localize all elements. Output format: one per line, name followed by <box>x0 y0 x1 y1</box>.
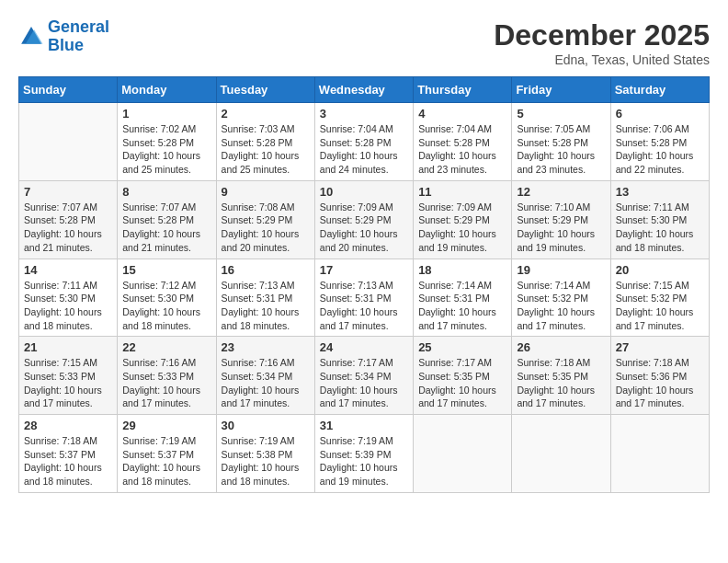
calendar-cell: 6Sunrise: 7:06 AM Sunset: 5:28 PM Daylig… <box>610 103 709 181</box>
day-number: 17 <box>320 263 408 277</box>
page-header: General Blue December 2025 Edna, Texas, … <box>18 18 710 67</box>
day-number: 25 <box>418 340 506 354</box>
day-number: 27 <box>616 340 704 354</box>
day-number: 13 <box>616 185 704 199</box>
title-block: December 2025 Edna, Texas, United States <box>494 18 710 67</box>
day-number: 22 <box>122 340 210 354</box>
weekday-header: Thursday <box>414 77 512 103</box>
day-info: Sunrise: 7:14 AM Sunset: 5:31 PM Dayligh… <box>418 279 506 333</box>
calendar-week-row: 14Sunrise: 7:11 AM Sunset: 5:30 PM Dayli… <box>19 259 710 337</box>
day-info: Sunrise: 7:19 AM Sunset: 5:37 PM Dayligh… <box>122 434 210 488</box>
day-number: 14 <box>24 263 112 277</box>
logo-icon <box>18 24 44 50</box>
day-number: 8 <box>122 185 210 199</box>
calendar-cell: 28Sunrise: 7:18 AM Sunset: 5:37 PM Dayli… <box>19 415 118 493</box>
day-number: 15 <box>122 263 210 277</box>
day-number: 10 <box>320 185 408 199</box>
day-info: Sunrise: 7:17 AM Sunset: 5:34 PM Dayligh… <box>320 356 408 410</box>
calendar-cell <box>610 415 709 493</box>
calendar-cell: 25Sunrise: 7:17 AM Sunset: 5:35 PM Dayli… <box>414 337 512 415</box>
day-number: 12 <box>517 185 605 199</box>
day-number: 20 <box>616 263 704 277</box>
day-info: Sunrise: 7:11 AM Sunset: 5:30 PM Dayligh… <box>24 279 112 333</box>
day-info: Sunrise: 7:12 AM Sunset: 5:30 PM Dayligh… <box>122 279 210 333</box>
day-info: Sunrise: 7:16 AM Sunset: 5:34 PM Dayligh… <box>222 356 310 410</box>
calendar-cell: 30Sunrise: 7:19 AM Sunset: 5:38 PM Dayli… <box>216 415 314 493</box>
day-info: Sunrise: 7:13 AM Sunset: 5:31 PM Dayligh… <box>222 279 310 333</box>
day-number: 21 <box>24 340 112 354</box>
day-info: Sunrise: 7:04 AM Sunset: 5:28 PM Dayligh… <box>418 122 506 177</box>
day-info: Sunrise: 7:15 AM Sunset: 5:32 PM Dayligh… <box>616 279 704 333</box>
day-number: 7 <box>24 185 112 199</box>
calendar-cell: 15Sunrise: 7:12 AM Sunset: 5:30 PM Dayli… <box>118 259 216 337</box>
day-info: Sunrise: 7:19 AM Sunset: 5:38 PM Dayligh… <box>222 434 310 488</box>
weekday-header: Sunday <box>19 77 118 103</box>
day-info: Sunrise: 7:14 AM Sunset: 5:32 PM Dayligh… <box>517 279 605 333</box>
calendar-cell: 7Sunrise: 7:07 AM Sunset: 5:28 PM Daylig… <box>19 180 118 259</box>
weekday-header: Tuesday <box>216 77 314 103</box>
calendar-week-row: 1Sunrise: 7:02 AM Sunset: 5:28 PM Daylig… <box>19 103 710 181</box>
day-info: Sunrise: 7:11 AM Sunset: 5:30 PM Dayligh… <box>616 201 704 255</box>
day-info: Sunrise: 7:04 AM Sunset: 5:28 PM Dayligh… <box>320 122 408 177</box>
day-info: Sunrise: 7:18 AM Sunset: 5:35 PM Dayligh… <box>517 356 605 410</box>
day-info: Sunrise: 7:03 AM Sunset: 5:28 PM Dayligh… <box>222 122 310 177</box>
calendar-cell: 31Sunrise: 7:19 AM Sunset: 5:39 PM Dayli… <box>314 415 413 493</box>
day-number: 3 <box>320 107 408 121</box>
calendar-cell: 8Sunrise: 7:07 AM Sunset: 5:28 PM Daylig… <box>118 180 216 259</box>
calendar-cell: 22Sunrise: 7:16 AM Sunset: 5:33 PM Dayli… <box>118 337 216 415</box>
location: Edna, Texas, United States <box>494 52 710 67</box>
calendar-cell: 12Sunrise: 7:10 AM Sunset: 5:29 PM Dayli… <box>512 180 610 259</box>
day-info: Sunrise: 7:07 AM Sunset: 5:28 PM Dayligh… <box>24 201 112 255</box>
calendar-cell: 23Sunrise: 7:16 AM Sunset: 5:34 PM Dayli… <box>216 337 314 415</box>
day-info: Sunrise: 7:18 AM Sunset: 5:36 PM Dayligh… <box>616 356 704 410</box>
calendar-cell: 21Sunrise: 7:15 AM Sunset: 5:33 PM Dayli… <box>19 337 118 415</box>
day-number: 2 <box>222 107 310 121</box>
month-title: December 2025 <box>494 18 710 52</box>
day-number: 11 <box>418 185 506 199</box>
calendar-week-row: 21Sunrise: 7:15 AM Sunset: 5:33 PM Dayli… <box>19 337 710 415</box>
calendar-header-row: SundayMondayTuesdayWednesdayThursdayFrid… <box>19 77 710 103</box>
calendar-cell <box>19 103 118 181</box>
day-info: Sunrise: 7:09 AM Sunset: 5:29 PM Dayligh… <box>418 201 506 255</box>
day-info: Sunrise: 7:09 AM Sunset: 5:29 PM Dayligh… <box>320 201 408 255</box>
day-info: Sunrise: 7:17 AM Sunset: 5:35 PM Dayligh… <box>418 356 506 410</box>
day-number: 29 <box>122 419 210 432</box>
logo-text: General Blue <box>48 18 109 55</box>
day-number: 5 <box>517 107 605 121</box>
day-info: Sunrise: 7:08 AM Sunset: 5:29 PM Dayligh… <box>222 201 310 255</box>
calendar-cell: 4Sunrise: 7:04 AM Sunset: 5:28 PM Daylig… <box>414 103 512 181</box>
logo: General Blue <box>18 18 109 55</box>
day-info: Sunrise: 7:16 AM Sunset: 5:33 PM Dayligh… <box>122 356 210 410</box>
calendar-cell: 18Sunrise: 7:14 AM Sunset: 5:31 PM Dayli… <box>414 259 512 337</box>
calendar-cell: 17Sunrise: 7:13 AM Sunset: 5:31 PM Dayli… <box>314 259 413 337</box>
day-info: Sunrise: 7:07 AM Sunset: 5:28 PM Dayligh… <box>122 201 210 255</box>
day-number: 1 <box>122 107 210 121</box>
calendar-cell: 5Sunrise: 7:05 AM Sunset: 5:28 PM Daylig… <box>512 103 610 181</box>
calendar-cell: 13Sunrise: 7:11 AM Sunset: 5:30 PM Dayli… <box>610 180 709 259</box>
day-number: 9 <box>222 185 310 199</box>
calendar-cell: 27Sunrise: 7:18 AM Sunset: 5:36 PM Dayli… <box>610 337 709 415</box>
day-info: Sunrise: 7:02 AM Sunset: 5:28 PM Dayligh… <box>122 122 210 177</box>
weekday-header: Saturday <box>610 77 709 103</box>
day-info: Sunrise: 7:18 AM Sunset: 5:37 PM Dayligh… <box>24 434 112 488</box>
calendar-cell: 20Sunrise: 7:15 AM Sunset: 5:32 PM Dayli… <box>610 259 709 337</box>
calendar-cell: 16Sunrise: 7:13 AM Sunset: 5:31 PM Dayli… <box>216 259 314 337</box>
day-number: 31 <box>320 419 408 432</box>
day-number: 16 <box>222 263 310 277</box>
day-number: 19 <box>517 263 605 277</box>
calendar-cell: 19Sunrise: 7:14 AM Sunset: 5:32 PM Dayli… <box>512 259 610 337</box>
day-number: 28 <box>24 419 112 432</box>
calendar-cell: 3Sunrise: 7:04 AM Sunset: 5:28 PM Daylig… <box>314 103 413 181</box>
calendar-cell: 29Sunrise: 7:19 AM Sunset: 5:37 PM Dayli… <box>118 415 216 493</box>
calendar-cell: 2Sunrise: 7:03 AM Sunset: 5:28 PM Daylig… <box>216 103 314 181</box>
day-number: 6 <box>616 107 704 121</box>
weekday-header: Monday <box>118 77 216 103</box>
day-info: Sunrise: 7:19 AM Sunset: 5:39 PM Dayligh… <box>320 434 408 488</box>
calendar-week-row: 28Sunrise: 7:18 AM Sunset: 5:37 PM Dayli… <box>19 415 710 493</box>
day-info: Sunrise: 7:15 AM Sunset: 5:33 PM Dayligh… <box>24 356 112 410</box>
day-info: Sunrise: 7:06 AM Sunset: 5:28 PM Dayligh… <box>616 122 704 177</box>
calendar-cell: 24Sunrise: 7:17 AM Sunset: 5:34 PM Dayli… <box>314 337 413 415</box>
day-number: 18 <box>418 263 506 277</box>
calendar-cell: 14Sunrise: 7:11 AM Sunset: 5:30 PM Dayli… <box>19 259 118 337</box>
calendar-cell: 26Sunrise: 7:18 AM Sunset: 5:35 PM Dayli… <box>512 337 610 415</box>
